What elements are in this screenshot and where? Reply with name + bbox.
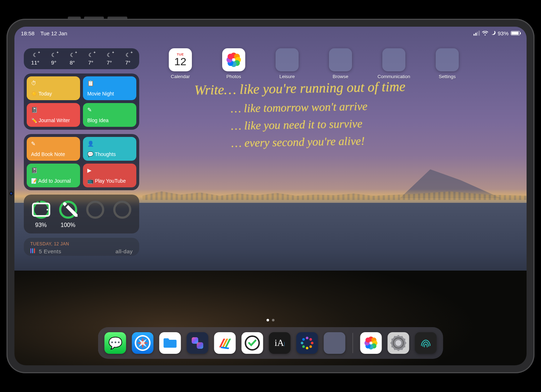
status-date: Tue 12 Jan bbox=[40, 30, 67, 36]
clear-night-icon: ☾ bbox=[88, 52, 93, 58]
shortcut-blog idea[interactable]: ✎ Blog Idea bbox=[83, 103, 136, 127]
shortcut-icon: 👤 bbox=[87, 141, 132, 147]
shortcut-icon: 📋 bbox=[87, 80, 132, 86]
shortcut-icon: ▶ bbox=[87, 167, 132, 174]
app-row: TUE 12 Calendar Photos Leis bbox=[162, 48, 512, 79]
shortcut-add to journal[interactable]: 📓 📝 Add to Journal bbox=[27, 164, 80, 187]
status-time: 18:58 bbox=[21, 30, 35, 36]
weather-hour: ☾ 7° bbox=[100, 52, 118, 66]
weather-hour: ☾ 11° bbox=[26, 52, 44, 66]
battery-ipad-pct: 93% bbox=[35, 222, 47, 228]
weather-hour: ☾ 7° bbox=[119, 52, 137, 66]
svg-point-20 bbox=[309, 338, 312, 341]
shortcut-icon: 📓 bbox=[31, 167, 76, 174]
shortcut-play youtube[interactable]: ▶ 📺 Play YouTube bbox=[83, 164, 136, 187]
svg-point-19 bbox=[306, 337, 308, 339]
dock-folder-dock[interactable] bbox=[324, 332, 346, 354]
clear-night-icon: ☾ bbox=[126, 52, 130, 58]
folder-communication[interactable]: Communication bbox=[376, 48, 412, 79]
dock-messages[interactable]: 💬 bbox=[105, 332, 126, 354]
dock-omnifocus[interactable] bbox=[242, 332, 263, 354]
weather-hour: ☾ 8° bbox=[63, 52, 82, 66]
home-screen: 18:58 Tue 12 Jan 93% ☾ 11° ☾ bbox=[14, 27, 527, 365]
clear-night-icon: ☾ bbox=[51, 52, 56, 58]
page-indicator[interactable] bbox=[267, 319, 274, 321]
dock: 💬iA| bbox=[98, 327, 443, 359]
battery-pencil: ⚡︎ 100% bbox=[57, 200, 79, 228]
svg-point-3 bbox=[47, 209, 48, 211]
svg-point-13 bbox=[311, 342, 313, 344]
handwriting-overlay: Write… like you're running out of time… … bbox=[194, 74, 513, 152]
status-bar: 18:58 Tue 12 Jan 93% bbox=[14, 29, 527, 37]
ipad-icon bbox=[32, 200, 50, 219]
dock-divider bbox=[353, 333, 353, 353]
svg-rect-26 bbox=[404, 342, 406, 344]
shortcut-icon: ✎ bbox=[31, 141, 76, 147]
dock-photos-dock[interactable] bbox=[360, 332, 382, 354]
battery-ipad: 93% bbox=[30, 200, 52, 228]
svg-point-14 bbox=[309, 345, 312, 348]
dock-safari[interactable] bbox=[132, 332, 154, 354]
shortcut-icon: ⏱ bbox=[31, 80, 76, 86]
svg-point-15 bbox=[306, 347, 308, 349]
folder-settings[interactable]: Settings bbox=[429, 48, 465, 79]
shortcuts-widget-2: ✎ Add Book Note 👤 💬 Thoughts 📓 📝 Add to … bbox=[24, 134, 139, 190]
shortcut-today[interactable]: ⏱ ☀️ Today bbox=[27, 76, 80, 100]
svg-rect-29 bbox=[398, 348, 399, 351]
dock-iawriter[interactable]: iA| bbox=[269, 332, 291, 354]
cellular-icon bbox=[474, 31, 480, 36]
dock-agenda[interactable] bbox=[214, 332, 236, 354]
ipad-frame: 18:58 Tue 12 Jan 93% ☾ 11° ☾ bbox=[6, 19, 535, 373]
dnd-moon-icon bbox=[491, 31, 496, 36]
wifi-icon bbox=[482, 31, 488, 36]
svg-point-17 bbox=[301, 342, 303, 344]
app-photos[interactable]: Photos bbox=[216, 48, 252, 79]
dock-shortcuts[interactable] bbox=[187, 332, 208, 354]
folder-leisure[interactable]: Leisure bbox=[269, 48, 305, 79]
cal-date-label: TUESDAY, 12 JAN bbox=[30, 241, 133, 246]
dock-touchid[interactable] bbox=[415, 332, 437, 354]
svg-point-7 bbox=[114, 202, 130, 218]
weather-hour: ☾ 7° bbox=[82, 52, 100, 66]
batteries-widget[interactable]: 93% ⚡︎ 100% bbox=[24, 195, 139, 233]
folder-browse[interactable]: Browse bbox=[322, 48, 359, 79]
svg-rect-11 bbox=[197, 342, 203, 349]
shortcut-thoughts[interactable]: 👤 💬 Thoughts bbox=[83, 137, 136, 161]
battery-icon bbox=[511, 31, 520, 35]
shortcut-icon: ✎ bbox=[87, 107, 132, 113]
clear-night-icon: ☾ bbox=[33, 52, 38, 58]
dock-drafts[interactable] bbox=[296, 332, 318, 354]
shortcut-movie night[interactable]: 📋 Movie Night bbox=[83, 76, 136, 100]
clear-night-icon: ☾ bbox=[107, 52, 111, 58]
calendar-widget-peek[interactable]: TUESDAY, 12 JAN 5 Events all-day bbox=[24, 238, 139, 256]
widget-stack: ☾ 11° ☾ 9° ☾ 8° ☾ 7° ☾ 7° ☾ 7° ⏱ ☀️ Toda… bbox=[24, 48, 139, 260]
shortcuts-widget-1: ⏱ ☀️ Today 📋 Movie Night 📓 ✏️ Journal Wr… bbox=[24, 74, 139, 130]
dock-settings-dock[interactable] bbox=[388, 332, 409, 354]
svg-point-6 bbox=[87, 202, 103, 218]
cal-tag: all-day bbox=[115, 248, 133, 254]
shortcut-journal writer[interactable]: 📓 ✏️ Journal Writer bbox=[27, 103, 80, 127]
svg-point-22 bbox=[396, 340, 401, 346]
svg-point-16 bbox=[302, 345, 305, 348]
svg-rect-23 bbox=[398, 335, 399, 338]
app-calendar[interactable]: TUE 12 Calendar bbox=[162, 48, 198, 79]
svg-point-18 bbox=[302, 338, 305, 341]
shortcut-icon: 📓 bbox=[31, 107, 76, 113]
dock-files[interactable] bbox=[159, 332, 181, 354]
weather-widget[interactable]: ☾ 11° ☾ 9° ☾ 8° ☾ 7° ☾ 7° ☾ 7° bbox=[24, 48, 139, 69]
battery-pencil-pct: 100% bbox=[61, 222, 75, 228]
status-battery-pct: 93% bbox=[498, 30, 509, 36]
svg-rect-32 bbox=[391, 342, 393, 344]
clear-night-icon: ☾ bbox=[70, 52, 75, 58]
svg-rect-10 bbox=[192, 337, 198, 344]
cal-events: 5 Events bbox=[39, 248, 61, 254]
weather-hour: ☾ 9° bbox=[44, 52, 63, 66]
pencil-icon bbox=[59, 200, 78, 219]
shortcut-add book note[interactable]: ✎ Add Book Note bbox=[27, 137, 80, 161]
